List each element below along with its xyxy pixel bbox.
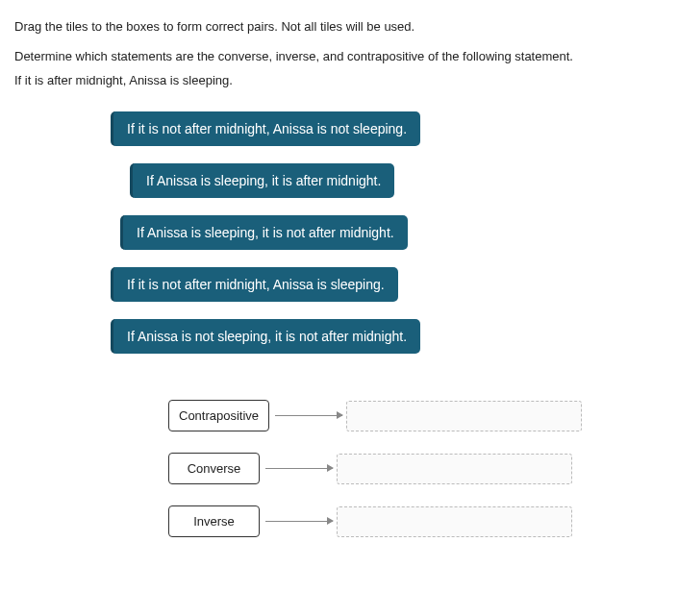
- tile[interactable]: If it is not after midnight, Anissa is n…: [111, 111, 420, 146]
- drop-zone-contrapositive[interactable]: [346, 401, 582, 431]
- label-contrapositive: Contrapositive: [168, 400, 269, 431]
- label-converse: Converse: [168, 453, 260, 484]
- drop-zone-converse[interactable]: [337, 454, 572, 484]
- answer-row-contrapositive: Contrapositive: [168, 400, 664, 431]
- tile[interactable]: If Anissa is sleeping, it is not after m…: [120, 215, 408, 250]
- premise-text: If it is after midnight, Anissa is sleep…: [14, 73, 664, 87]
- arrow-icon: [275, 415, 342, 416]
- tile[interactable]: If it is not after midnight, Anissa is s…: [111, 267, 398, 302]
- label-inverse: Inverse: [168, 505, 260, 537]
- tiles-container: If it is not after midnight, Anissa is n…: [14, 111, 664, 371]
- answer-area: Contrapositive Converse Inverse: [14, 400, 664, 537]
- question-text: Determine which statements are the conve…: [14, 49, 664, 63]
- instructions-text: Drag the tiles to the boxes to form corr…: [14, 19, 664, 34]
- answer-row-inverse: Inverse: [168, 505, 664, 537]
- tile[interactable]: If Anissa is not sleeping, it is not aft…: [111, 319, 420, 354]
- answer-row-converse: Converse: [168, 453, 664, 484]
- drop-zone-inverse[interactable]: [337, 506, 572, 537]
- arrow-icon: [265, 521, 333, 522]
- arrow-icon: [265, 468, 333, 469]
- tile[interactable]: If Anissa is sleeping, it is after midni…: [130, 163, 394, 198]
